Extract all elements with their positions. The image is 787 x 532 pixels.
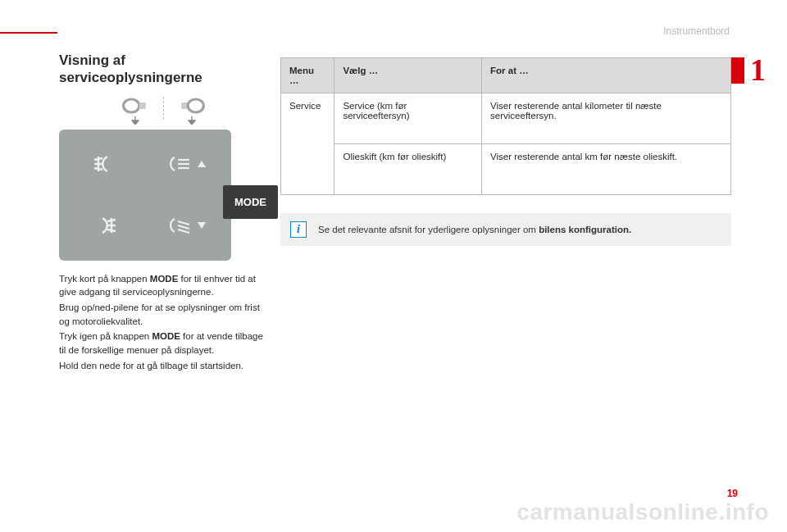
cell-select: Service (km før serviceeftersyn): [334, 93, 482, 144]
cell-select: Olieskift (km før olieskift): [334, 144, 482, 195]
right-area: Menu … Vælg … For at … Service Service (…: [280, 57, 731, 246]
steering-wheel-left-icon: [122, 97, 148, 115]
svg-line-17: [178, 230, 189, 233]
high-beam-up-icon: [148, 141, 221, 188]
th-purpose: For at …: [482, 58, 731, 93]
info-text: Se det relevante afsnit for yderligere o…: [318, 225, 539, 234]
body-p3a: Tryk igen på knappen: [59, 331, 152, 341]
svg-rect-1: [139, 102, 146, 109]
service-table: Menu … Vælg … For at … Service Service (…: [280, 57, 731, 195]
info-bold: bilens konfiguration.: [539, 225, 631, 234]
body-p1a: Tryk kort på knappen: [59, 274, 150, 284]
mode-button: MODE: [223, 185, 278, 219]
triangle-up-icon: [198, 161, 206, 167]
front-fog-light-icon: [69, 141, 142, 188]
button-panel: [59, 130, 231, 261]
cell-purpose: Viser resterende antal kilometer til næs…: [482, 93, 731, 144]
cell-purpose: Viser resterende antal km før næste olie…: [482, 144, 731, 195]
body-p2: Brug op/ned-pilene for at se oplysninger…: [59, 301, 268, 328]
body-p4: Hold den nede for at gå tilbage til star…: [59, 359, 268, 373]
left-column: Visning af serviceoplysningerne: [59, 52, 268, 374]
table-row: Service Service (km før serviceeftersyn)…: [281, 93, 731, 144]
arrow-down-icon: [188, 116, 196, 125]
chapter-tab: [730, 57, 744, 84]
info-icon: i: [290, 221, 307, 238]
cell-menu: Service: [281, 93, 334, 195]
table-row: Olieskift (km før olieskift) Viser reste…: [281, 144, 731, 195]
watermark: carmanualsonline.info: [516, 499, 769, 525]
svg-point-3: [188, 99, 203, 112]
body-text: Tryk kort på knappen MODE for til enhver…: [59, 272, 268, 373]
svg-line-16: [178, 225, 189, 229]
th-select: Vælg …: [334, 58, 482, 93]
svg-point-0: [124, 99, 139, 112]
variant-divider: [163, 97, 164, 120]
info-text-wrap: Se det relevante afsnit for yderligere o…: [318, 225, 631, 234]
accent-bar: [0, 32, 57, 34]
body-p1b: MODE: [150, 274, 179, 284]
steering-variant-row: [59, 97, 268, 125]
low-beam-down-icon: [148, 202, 221, 249]
th-menu: Menu …: [281, 58, 334, 93]
arrow-down-icon: [131, 116, 139, 125]
rear-fog-light-icon: [69, 202, 142, 249]
svg-line-15: [178, 221, 189, 225]
page-title: Visning af serviceoplysningerne: [59, 52, 268, 87]
triangle-down-icon: [198, 222, 206, 229]
section-header: Instrumentbord: [663, 25, 730, 37]
info-box: i Se det relevante afsnit for yderligere…: [280, 213, 731, 246]
steering-wheel-right-icon: [179, 97, 205, 115]
page-number: 19: [727, 488, 738, 499]
body-p3b: MODE: [152, 331, 180, 341]
button-panel-wrap: MODE: [59, 130, 268, 261]
chapter-number: 1: [750, 52, 766, 88]
